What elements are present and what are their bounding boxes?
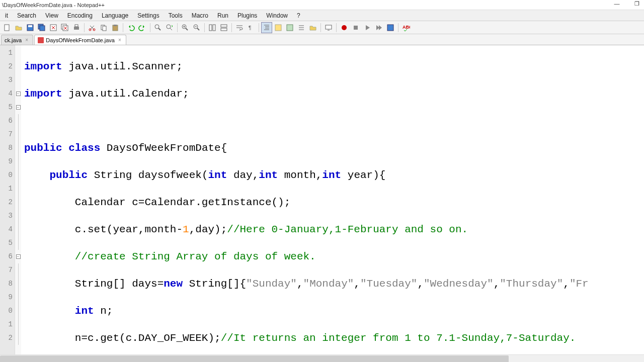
menu-settings[interactable]: Settings <box>133 11 163 20</box>
sync-v-icon[interactable] <box>207 22 218 33</box>
play-macro-icon[interactable] <box>362 22 373 33</box>
svg-point-28 <box>342 25 347 30</box>
menu-language[interactable]: Language <box>98 11 132 20</box>
open-file-icon[interactable] <box>13 22 24 33</box>
close-icon[interactable] <box>48 22 59 33</box>
doc-map-icon[interactable] <box>284 22 295 33</box>
copy-icon[interactable] <box>98 22 109 33</box>
svg-text:¶: ¶ <box>249 25 251 31</box>
tab-label: ck.java <box>5 37 22 43</box>
indent-guide-icon[interactable] <box>261 22 272 33</box>
menu-search[interactable]: Search <box>13 11 40 20</box>
svg-rect-30 <box>387 25 393 31</box>
window-title: \DaysOfWeekFromDate.java - Notepad++ <box>2 2 105 8</box>
undo-icon[interactable] <box>125 22 136 33</box>
horizontal-scrollbar[interactable] <box>0 354 644 362</box>
all-chars-icon[interactable]: ¶ <box>246 22 257 33</box>
maximize-button[interactable]: ❐ <box>632 0 642 7</box>
tab-close-icon[interactable]: × <box>117 37 123 43</box>
tabbar: ck.java × DaysOfWeekFromDate.java × <box>0 34 644 45</box>
redo-icon[interactable] <box>137 22 148 33</box>
save-all-icon[interactable] <box>36 22 47 33</box>
svg-rect-4 <box>40 26 45 31</box>
editor[interactable]: 1234567890123456789012 − − − import java… <box>0 45 644 354</box>
menu-help[interactable]: ? <box>293 11 304 20</box>
fold-toggle-icon[interactable]: − <box>16 92 21 96</box>
stop-macro-icon[interactable] <box>350 22 361 33</box>
spellcheck-icon[interactable]: ABC <box>400 22 412 33</box>
udl-icon[interactable] <box>273 22 284 33</box>
svg-rect-27 <box>326 25 332 29</box>
record-macro-icon[interactable] <box>339 22 350 33</box>
sync-h-icon[interactable] <box>218 22 229 33</box>
code-area[interactable]: import java.util.Scanner; import java.ut… <box>21 45 644 354</box>
minimize-button[interactable]: — <box>612 0 622 7</box>
func-list-icon[interactable] <box>296 22 307 33</box>
save-icon[interactable] <box>25 22 36 33</box>
replace-icon[interactable] <box>164 22 175 33</box>
zoom-out-icon[interactable] <box>191 22 202 33</box>
folder-icon[interactable] <box>307 22 318 33</box>
svg-rect-25 <box>275 25 281 31</box>
menu-run[interactable]: Run <box>213 11 232 20</box>
svg-rect-15 <box>114 25 117 26</box>
tab-daysofweek[interactable]: DaysOfWeekFromDate.java × <box>34 35 126 45</box>
line-number-gutter: 1234567890123456789012 <box>0 45 15 354</box>
titlebar: \DaysOfWeekFromDate.java - Notepad++ — ❐ <box>0 0 644 10</box>
svg-point-16 <box>155 25 159 29</box>
play-multi-icon[interactable] <box>373 22 384 33</box>
svg-rect-29 <box>354 26 358 30</box>
fold-column: − − − <box>15 45 21 354</box>
menu-edit[interactable]: it <box>1 11 12 20</box>
print-icon[interactable] <box>71 22 82 33</box>
file-modified-icon <box>38 37 44 43</box>
fold-toggle-icon[interactable]: − <box>16 254 21 259</box>
svg-rect-26 <box>287 25 293 31</box>
menu-macro[interactable]: Macro <box>188 11 212 20</box>
tab-ck-java[interactable]: ck.java × <box>1 35 33 45</box>
svg-rect-20 <box>209 25 212 31</box>
svg-rect-8 <box>74 27 79 30</box>
svg-text:ABC: ABC <box>403 25 410 30</box>
svg-rect-22 <box>221 25 227 27</box>
close-all-icon[interactable] <box>59 22 70 33</box>
menu-view[interactable]: View <box>41 11 62 20</box>
cut-icon[interactable] <box>87 22 98 33</box>
menu-window[interactable]: Window <box>262 11 292 20</box>
new-file-icon[interactable] <box>2 22 13 33</box>
zoom-in-icon[interactable] <box>180 22 191 33</box>
tab-close-icon[interactable]: × <box>24 37 30 43</box>
save-macro-icon[interactable] <box>385 22 396 33</box>
paste-icon[interactable] <box>110 22 121 33</box>
menu-tools[interactable]: Tools <box>165 11 187 20</box>
wordwrap-icon[interactable] <box>234 22 245 33</box>
tab-label: DaysOfWeekFromDate.java <box>46 37 115 43</box>
svg-rect-0 <box>5 25 9 31</box>
svg-rect-23 <box>221 28 227 31</box>
toolbar: ¶ ABC <box>0 21 644 34</box>
fold-toggle-icon[interactable]: − <box>16 105 21 110</box>
svg-rect-13 <box>103 26 106 31</box>
menu-plugins[interactable]: Plugins <box>233 11 261 20</box>
svg-rect-9 <box>75 25 78 27</box>
monitor-icon[interactable] <box>323 22 334 33</box>
svg-rect-2 <box>28 25 32 27</box>
svg-rect-21 <box>213 25 215 31</box>
menubar: it Search View Encoding Language Setting… <box>0 10 644 21</box>
scrollbar-thumb[interactable] <box>0 355 509 363</box>
find-icon[interactable] <box>152 22 164 33</box>
menu-encoding[interactable]: Encoding <box>63 11 97 20</box>
svg-point-17 <box>167 25 171 29</box>
